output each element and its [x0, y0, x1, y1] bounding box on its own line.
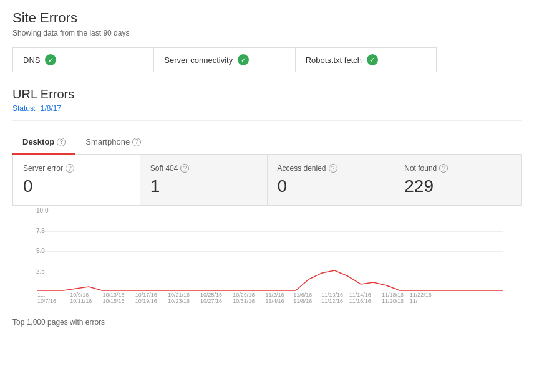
- x-label-9: 11/10/1611/12/16: [321, 292, 343, 304]
- check-tabs-container: DNS ✓ Server connectivity ✓ Robots.txt f…: [12, 47, 437, 72]
- x-label-5: 10/25/1610/27/16: [200, 292, 222, 304]
- metric-server-error: Server error ? 0: [13, 155, 140, 205]
- metric-server-error-label: Server error ?: [23, 164, 130, 173]
- not-found-help-icon[interactable]: ?: [439, 164, 448, 173]
- x-axis: 1...10/7/16 10/9/1610/11/16 10/13/1610/1…: [37, 292, 503, 310]
- x-label-6: 10/29/1610/31/16: [233, 292, 255, 304]
- page-title: Site Errors: [12, 10, 522, 26]
- x-label-7: 11/2/1611/4/16: [266, 292, 284, 304]
- divider: [12, 120, 522, 121]
- check-tab-dns-label: DNS: [23, 55, 40, 65]
- server-check-icon: ✓: [238, 54, 249, 65]
- check-tab-robots[interactable]: Robots.txt fetch ✓: [296, 48, 436, 72]
- x-label-8: 11/6/1611/8/16: [293, 292, 312, 304]
- status-label: Status:: [12, 104, 36, 113]
- check-tab-robots-label: Robots.txt fetch: [306, 55, 362, 65]
- page-subtitle: Showing data from the last 90 days: [12, 29, 522, 37]
- chart-line: [37, 270, 503, 290]
- metrics-row: Server error ? 0 Soft 404 ? 1 Access den…: [12, 155, 522, 206]
- x-label-12: 11/22/1611/: [410, 292, 432, 304]
- x-label-11: 11/18/1611/20/16: [382, 292, 404, 304]
- robots-check-icon: ✓: [367, 54, 378, 65]
- check-tab-server-label: Server connectivity: [164, 55, 233, 65]
- status-line: Status: 1/8/17: [12, 104, 522, 113]
- x-label-4: 10/21/1610/23/16: [168, 292, 190, 304]
- desktop-help-icon[interactable]: ?: [57, 138, 66, 146]
- metric-soft-404-value: 1: [150, 176, 257, 196]
- x-label-10: 11/14/1611/16/16: [349, 292, 371, 304]
- dns-check-icon: ✓: [45, 54, 56, 65]
- x-label-1: 10/9/1610/11/16: [70, 292, 92, 304]
- tab-desktop[interactable]: Desktop ?: [12, 131, 75, 155]
- check-tab-dns[interactable]: DNS ✓: [13, 48, 154, 72]
- metric-soft-404: Soft 404 ? 1: [140, 155, 268, 205]
- x-label-2: 10/13/1610/15/16: [102, 292, 124, 304]
- chart-container: 10.0 7.5 5.0 2.5 1...10/7/16 10/9/1610/1…: [12, 211, 522, 310]
- access-denied-help-icon[interactable]: ?: [329, 164, 337, 173]
- metric-server-error-value: 0: [23, 176, 130, 196]
- metric-access-denied-label: Access denied ?: [278, 164, 384, 173]
- chart-svg: [37, 211, 503, 292]
- tab-smartphone[interactable]: Smartphone ?: [75, 131, 151, 155]
- metric-access-denied: Access denied ? 0: [268, 155, 395, 205]
- soft-404-help-icon[interactable]: ?: [180, 164, 189, 173]
- status-date: 1/8/17: [41, 104, 61, 113]
- tab-desktop-label: Desktop: [22, 137, 54, 146]
- x-label-3: 10/17/1610/19/16: [135, 292, 157, 304]
- metric-not-found: Not found ? 229: [394, 155, 521, 205]
- footer-note: Top 1,000 pages with errors: [12, 318, 522, 327]
- x-label-0: 1...10/7/16: [37, 292, 56, 304]
- smartphone-help-icon[interactable]: ?: [132, 138, 141, 146]
- metric-soft-404-label: Soft 404 ?: [150, 164, 257, 173]
- tab-smartphone-label: Smartphone: [85, 137, 130, 146]
- url-errors-title: URL Errors: [12, 87, 522, 102]
- check-tab-server[interactable]: Server connectivity ✓: [154, 48, 295, 72]
- tabs-bar: Desktop ? Smartphone ?: [12, 131, 522, 155]
- server-error-help-icon[interactable]: ?: [66, 164, 74, 173]
- metric-not-found-label: Not found ?: [404, 164, 511, 173]
- metric-access-denied-value: 0: [278, 176, 384, 196]
- metric-not-found-value: 229: [404, 176, 511, 196]
